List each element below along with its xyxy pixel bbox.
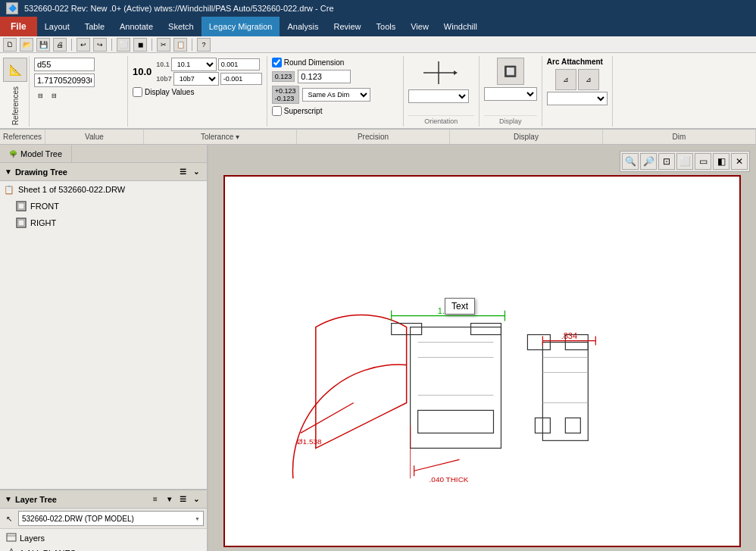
dim-thick: .040 THICK xyxy=(430,475,469,484)
display-select[interactable] xyxy=(484,87,537,101)
tree-item-right[interactable]: RIGHT xyxy=(0,214,207,231)
orientation-select[interactable] xyxy=(408,89,469,103)
h124-icon: ⊟ xyxy=(48,89,60,102)
svg-marker-2 xyxy=(454,70,458,75)
table-menu[interactable]: Table xyxy=(77,17,112,36)
zoom-extent-btn[interactable]: ⬜ xyxy=(676,153,693,170)
arc-btn2[interactable]: ⊿ xyxy=(578,69,599,90)
drawing-canvas[interactable]: 1.717 .834 Ø1.538 .040 THI xyxy=(223,175,741,547)
orientation-group: Orientation xyxy=(404,56,480,127)
precision-input[interactable] xyxy=(298,70,351,83)
layer-icon1[interactable]: ≡ xyxy=(149,493,161,506)
ribbon-panel: 📐 References ⊟ ⊟ 10.0 10.1 10.1 xyxy=(0,53,756,130)
sheet-icon: 📋 xyxy=(3,183,15,196)
sep1 xyxy=(71,39,72,51)
zoom-select-btn[interactable]: ▭ xyxy=(695,153,711,170)
view-menu[interactable]: View xyxy=(403,17,436,36)
display-icon[interactable]: 🔲 xyxy=(497,58,524,85)
references-label: References xyxy=(11,86,20,125)
windchill-menu[interactable]: Windchill xyxy=(436,17,485,36)
label-tolerance[interactable]: Tolerance ▾ xyxy=(144,130,297,144)
same-as-dim-select[interactable]: Same As Dim xyxy=(302,88,370,102)
quick-access-toolbar: 🗋 📂 💾 🖨 ↩ ↪ ⬜ ◼ ✂ 📋 ? xyxy=(0,36,756,53)
print-btn[interactable]: 🖨 xyxy=(53,38,67,52)
tol-input2[interactable] xyxy=(220,73,262,85)
tree-settings-icon[interactable]: ☰ xyxy=(177,166,189,178)
copy-btn[interactable]: 📋 xyxy=(173,38,187,52)
zoom-out-btn[interactable]: 🔎 xyxy=(640,153,657,170)
layer-item-all-planes[interactable]: 1 ALL PLANES xyxy=(0,546,207,551)
tol-upper-select[interactable]: 10.1 xyxy=(171,58,217,71)
value-input[interactable] xyxy=(34,74,95,87)
sep4 xyxy=(192,39,192,51)
tolerance-value-label: 10.0 xyxy=(133,66,152,77)
save-btn[interactable]: 💾 xyxy=(36,38,50,52)
tol-input1[interactable] xyxy=(218,58,260,70)
tree-item-front[interactable]: FRONT xyxy=(0,198,207,214)
label-dim: Dim xyxy=(603,130,756,144)
undo-btn[interactable]: ↩ xyxy=(77,38,90,52)
layer-model-dropdown[interactable]: 532660-022.DRW (TOP MODEL) xyxy=(18,511,204,526)
layer-item-layers[interactable]: Layers xyxy=(0,531,207,546)
superscript-checkbox[interactable]: Superscript xyxy=(272,106,323,116)
drawing-tree-section: ▼ Drawing Tree ☰ ⌄ 📋 Sheet 1 of 532660-0… xyxy=(0,163,207,489)
ribbon-icon1[interactable]: 📐 xyxy=(3,58,27,82)
layer-tree-section: ▼ Layer Tree ≡ ▾ ☰ ⌄ ↖ 532660-022.DRW (T… xyxy=(0,489,207,551)
layer-items: Layers 1 ALL PLANES xyxy=(0,529,207,551)
round-dim-checkbox[interactable]: Round Dimension xyxy=(272,58,345,67)
zoom-in-btn[interactable]: 🔍 xyxy=(622,153,639,170)
select-btn[interactable]: ⬜ xyxy=(117,38,130,52)
layer-pointer-icon[interactable]: ↖ xyxy=(3,512,15,524)
zoom-controls: 🔍 🔎 ⊡ ⬜ ▭ ◧ ✕ xyxy=(620,151,750,172)
svg-line-31 xyxy=(301,403,354,434)
svg-rect-10 xyxy=(411,327,501,449)
d55-input[interactable] xyxy=(34,58,95,71)
arc-select[interactable] xyxy=(547,92,608,105)
arc-attachment-header: Arc Attachment xyxy=(547,58,608,66)
layer-icon3[interactable]: ☰ xyxy=(177,493,189,506)
layer-icon4[interactable]: ⌄ xyxy=(190,493,202,506)
canvas-area[interactable]: 🔍 🔎 ⊡ ⬜ ▭ ◧ ✕ xyxy=(208,145,756,551)
file-menu[interactable]: File xyxy=(0,17,37,36)
layer-tree-icons: ≡ ▾ ☰ ⌄ xyxy=(149,493,202,506)
value-group: ⊟ ⊟ xyxy=(30,56,128,127)
menu-bar: File Layout Table Annotate Sketch Legacy… xyxy=(0,17,756,36)
label-references: References xyxy=(0,130,45,144)
review-menu[interactable]: Review xyxy=(326,17,368,36)
tol-lower-select[interactable]: 10b7 xyxy=(173,72,219,86)
annotate-menu[interactable]: Annotate xyxy=(112,17,161,36)
display-values-checkbox[interactable]: Display Values xyxy=(133,87,194,97)
label-display: Display xyxy=(450,130,603,144)
tree-expand-icon[interactable]: ⌄ xyxy=(190,166,202,178)
display-group: 🔲 Display xyxy=(480,56,542,127)
orientation-label: Orientation xyxy=(408,115,474,125)
tree-item-sheet[interactable]: 📋 Sheet 1 of 532660-022.DRW xyxy=(0,181,207,198)
view-icon-right xyxy=(15,217,27,229)
zoom-prev-btn[interactable]: ◧ xyxy=(713,153,729,170)
layout-menu[interactable]: Layout xyxy=(37,17,77,36)
zoom-fit-btn[interactable]: ⊡ xyxy=(658,153,675,170)
redo-btn[interactable]: ↪ xyxy=(93,38,107,52)
svg-rect-13 xyxy=(418,411,494,434)
canvas-tooltip: Text xyxy=(445,298,475,315)
main-area: 🌳 Model Tree ▼ Drawing Tree ☰ ⌄ 📋 Sheet … xyxy=(0,145,756,551)
layer-tree-header: ▼ Layer Tree ≡ ▾ ☰ ⌄ xyxy=(0,490,207,509)
drawing-tree-header: ▼ Drawing Tree ☰ ⌄ xyxy=(0,163,207,181)
help-btn[interactable]: ? xyxy=(197,38,211,52)
open-btn[interactable]: 📂 xyxy=(20,38,33,52)
orientation-icon xyxy=(420,58,458,88)
new-btn[interactable]: 🗋 xyxy=(3,38,17,52)
sketch-menu[interactable]: Sketch xyxy=(161,17,201,36)
analysis-menu[interactable]: Analysis xyxy=(280,17,326,36)
drawing-tree-icons: ☰ ⌄ xyxy=(177,166,202,178)
legacy-migration-menu[interactable]: Legacy Migration xyxy=(201,17,280,36)
cut-btn[interactable]: ✂ xyxy=(157,38,170,52)
sep3 xyxy=(152,39,152,51)
model-tree-tab[interactable]: 🌳 Model Tree xyxy=(0,145,72,162)
tools-menu[interactable]: Tools xyxy=(369,17,404,36)
zoom-close-btn[interactable]: ✕ xyxy=(731,153,748,170)
arc-attachment-group: Arc Attachment ⊿ ⊿ xyxy=(542,56,613,127)
arc-btn1[interactable]: ⊿ xyxy=(555,69,576,90)
layer-icon2[interactable]: ▾ xyxy=(163,493,175,506)
select2-btn[interactable]: ◼ xyxy=(133,38,147,52)
